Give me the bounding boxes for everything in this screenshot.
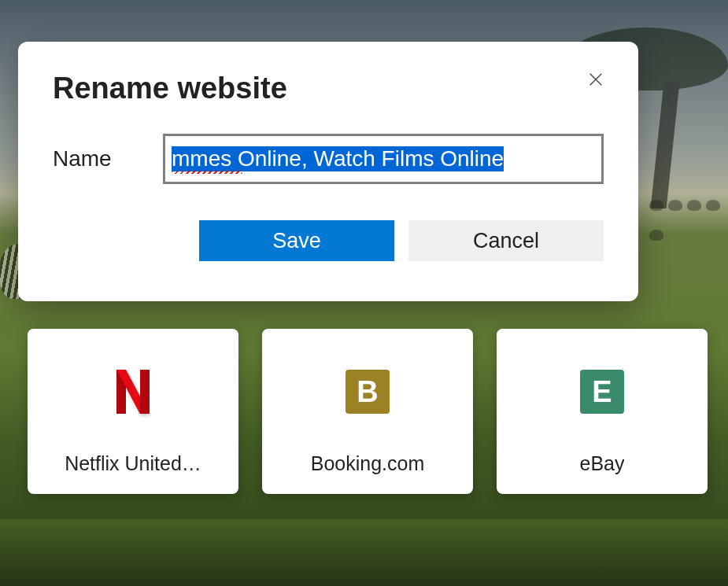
save-button[interactable]: Save (199, 220, 394, 261)
name-input[interactable] (168, 139, 598, 179)
rename-dialog: Rename website Name Save Cancel (18, 42, 638, 301)
background-animals (649, 197, 728, 252)
dialog-title: Rename website (53, 72, 604, 105)
tile-label: eBay (580, 452, 625, 475)
tile-netflix[interactable]: Netflix United… (28, 329, 238, 494)
tile-ebay[interactable]: E eBay (497, 329, 708, 494)
background-grass (0, 519, 728, 586)
cancel-button[interactable]: Cancel (408, 220, 604, 261)
dialog-buttons: Save Cancel (53, 220, 604, 261)
name-label: Name (53, 146, 163, 171)
close-icon (587, 71, 604, 88)
name-row: Name (53, 134, 604, 184)
tile-booking[interactable]: B Booking.com (262, 329, 473, 494)
netflix-icon (28, 368, 238, 415)
tile-label: Booking.com (311, 452, 425, 475)
quick-link-tiles: Netflix United… B Booking.com E eBay (28, 329, 708, 494)
close-button[interactable] (580, 64, 612, 95)
ebay-icon: E (497, 368, 708, 415)
booking-icon: B (262, 368, 473, 415)
tile-label: Netflix United… (65, 452, 201, 475)
name-input-wrapper (163, 134, 604, 184)
